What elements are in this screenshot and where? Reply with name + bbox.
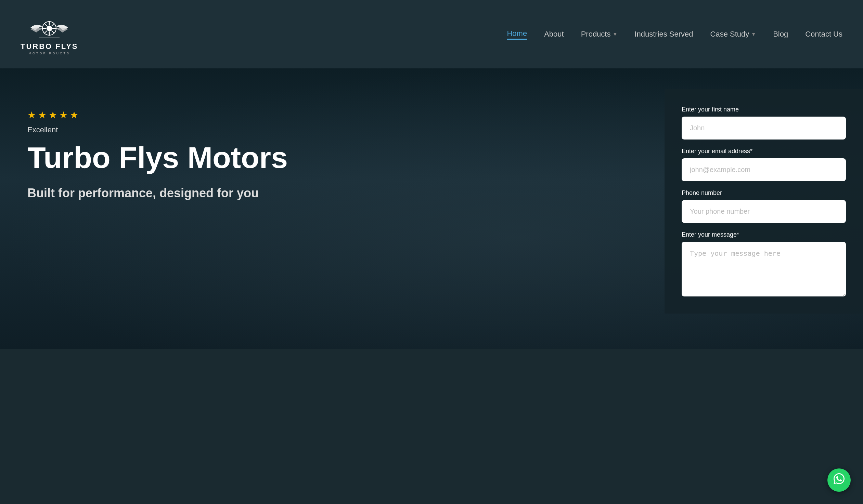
- contact-form-panel: Enter your first name Enter your email a…: [664, 89, 863, 313]
- star-2: ★: [38, 109, 47, 121]
- email-input[interactable]: [681, 158, 846, 181]
- star-3: ★: [49, 109, 57, 121]
- star-1: ★: [27, 109, 36, 121]
- hero-content: ★ ★ ★ ★ ★ Excellent Turbo Flys Motors Bu…: [0, 68, 863, 349]
- nav-about[interactable]: About: [544, 30, 564, 39]
- main-nav: Home About Products ▼ Industries Served …: [507, 29, 842, 40]
- hero-title: Turbo Flys Motors: [27, 141, 644, 175]
- email-label: Enter your email address*: [681, 148, 846, 155]
- phone-group: Phone number: [681, 190, 846, 223]
- first-name-label: Enter your first name: [681, 106, 846, 113]
- message-group: Enter your message*: [681, 231, 846, 296]
- case-study-caret: ▼: [751, 31, 756, 37]
- hero-section: ★ ★ ★ ★ ★ Excellent Turbo Flys Motors Bu…: [0, 68, 863, 349]
- svg-line-6: [45, 24, 47, 26]
- svg-line-7: [52, 31, 54, 33]
- star-4: ★: [59, 109, 68, 121]
- nav-case-study[interactable]: Case Study ▼: [710, 30, 756, 39]
- logo[interactable]: TURBO FLYS MOTOR POUCTS: [21, 13, 78, 55]
- site-header: TURBO FLYS MOTOR POUCTS Home About Produ…: [0, 0, 863, 68]
- message-label: Enter your message*: [681, 231, 846, 238]
- hero-subtitle: Built for performance, designed for you: [27, 185, 260, 202]
- message-input[interactable]: [681, 242, 846, 296]
- logo-sub: MOTOR POUCTS: [29, 52, 70, 55]
- svg-line-9: [45, 31, 47, 33]
- hero-text-area: ★ ★ ★ ★ ★ Excellent Turbo Flys Motors Bu…: [0, 89, 664, 222]
- logo-icon: [29, 13, 70, 41]
- svg-line-8: [52, 24, 54, 26]
- nav-products[interactable]: Products ▼: [581, 30, 618, 39]
- rating-row: ★ ★ ★ ★ ★: [27, 109, 644, 121]
- nav-blog[interactable]: Blog: [773, 30, 788, 39]
- star-5: ★: [70, 109, 78, 121]
- nav-home[interactable]: Home: [507, 29, 527, 40]
- logo-text: TURBO FLYS: [21, 42, 78, 51]
- phone-input[interactable]: [681, 200, 846, 223]
- excellent-label: Excellent: [27, 126, 644, 134]
- phone-label: Phone number: [681, 190, 846, 197]
- first-name-input[interactable]: [681, 117, 846, 140]
- svg-point-1: [47, 26, 52, 31]
- whatsapp-icon: [833, 472, 846, 488]
- nav-contact[interactable]: Contact Us: [805, 30, 842, 39]
- nav-industries[interactable]: Industries Served: [635, 30, 693, 39]
- products-caret: ▼: [613, 31, 617, 37]
- whatsapp-fab[interactable]: [827, 468, 851, 492]
- first-name-group: Enter your first name: [681, 106, 846, 140]
- email-group: Enter your email address*: [681, 148, 846, 181]
